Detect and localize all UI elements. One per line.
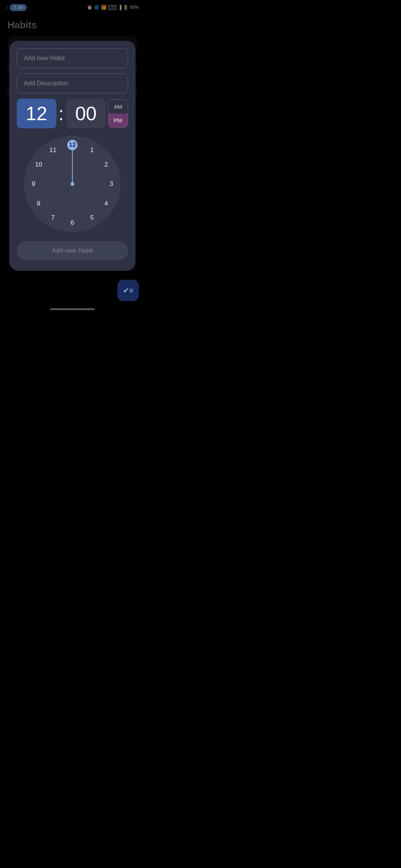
clock-number-11[interactable]: 11 [48, 145, 58, 155]
checklist-icon: ✔≡ [123, 286, 134, 295]
hours-value: 12 [26, 102, 47, 125]
clock-face[interactable]: 121234567891011 [24, 136, 121, 232]
description-input[interactable] [17, 73, 128, 93]
clock-container: 121234567891011 [17, 136, 128, 232]
pm-button[interactable]: PM [108, 114, 128, 127]
fab-button[interactable]: ✔≡ [117, 280, 139, 301]
am-button[interactable]: AM [108, 100, 128, 114]
time-picker-row: 12 : 00 AM PM [17, 99, 128, 128]
add-habit-button[interactable]: Add new Habit [17, 241, 128, 260]
modal-overlay: 12 : 00 AM PM 121234567891011 [0, 0, 145, 313]
add-habit-modal: 12 : 00 AM PM 121234567891011 [9, 41, 136, 271]
habit-name-input[interactable] [17, 48, 128, 68]
clock-number-6[interactable]: 6 [67, 218, 78, 228]
clock-number-10[interactable]: 10 [33, 160, 44, 170]
clock-number-7[interactable]: 7 [48, 213, 58, 223]
clock-hand [72, 145, 73, 184]
clock-number-9[interactable]: 9 [28, 179, 39, 189]
clock-number-3[interactable]: 3 [106, 179, 117, 189]
minutes-box[interactable]: 00 [66, 99, 106, 128]
clock-number-8[interactable]: 8 [33, 198, 44, 209]
hours-box[interactable]: 12 [17, 99, 56, 128]
minutes-value: 00 [75, 102, 97, 125]
home-indicator [50, 308, 95, 310]
clock-number-5[interactable]: 5 [87, 213, 97, 223]
am-pm-selector: AM PM [108, 99, 128, 128]
clock-number-4[interactable]: 4 [101, 198, 111, 209]
clock-number-2[interactable]: 2 [101, 160, 111, 170]
clock-number-1[interactable]: 1 [87, 145, 97, 155]
time-separator: : [59, 104, 64, 123]
